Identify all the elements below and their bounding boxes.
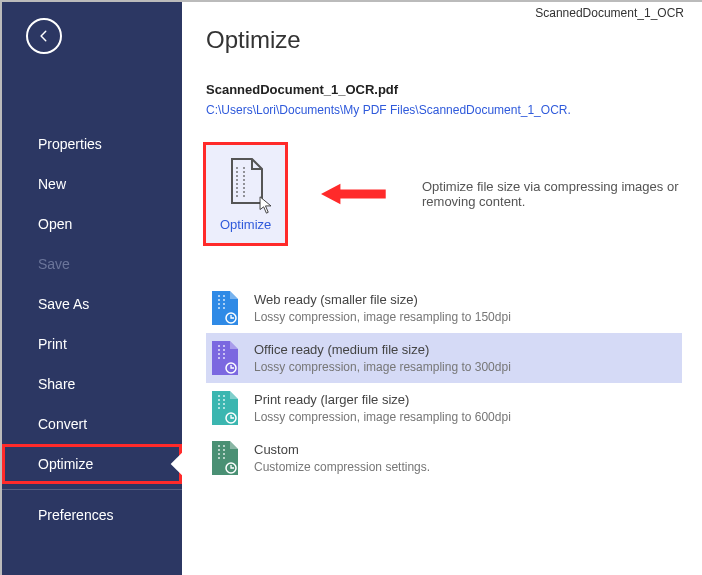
sidebar-item-save: Save (2, 244, 182, 284)
back-button[interactable] (26, 18, 62, 54)
sidebar-item-preferences[interactable]: Preferences (2, 495, 182, 535)
preset-web[interactable]: Web ready (smaller file size)Lossy compr… (206, 283, 682, 333)
sidebar: PropertiesNewOpenSaveSave AsPrintShareCo… (2, 2, 182, 575)
sidebar-item-convert[interactable]: Convert (2, 404, 182, 444)
compress-file-icon (210, 339, 240, 377)
compress-file-icon (210, 389, 240, 427)
annotation-arrow-icon (321, 179, 386, 209)
preset-print[interactable]: Print ready (larger file size)Lossy comp… (206, 383, 682, 433)
document-name-label: ScannedDocument_1_OCR (535, 6, 684, 20)
preset-office[interactable]: Office ready (medium file size)Lossy com… (206, 333, 682, 383)
svg-marker-2 (321, 184, 386, 205)
cursor-icon (258, 195, 273, 215)
sidebar-item-properties[interactable]: Properties (2, 124, 182, 164)
preset-description: Lossy compression, image resampling to 3… (254, 359, 511, 376)
page-title: Optimize (206, 26, 682, 54)
optimize-button[interactable]: Optimize (206, 145, 285, 243)
sidebar-item-optimize[interactable]: Optimize (2, 444, 182, 484)
chevron-left-icon (37, 29, 51, 43)
sidebar-item-open[interactable]: Open (2, 204, 182, 244)
preset-title: Print ready (larger file size) (254, 391, 511, 409)
file-name: ScannedDocument_1_OCR.pdf (206, 82, 682, 97)
preset-title: Web ready (smaller file size) (254, 291, 511, 309)
preset-description: Lossy compression, image resampling to 1… (254, 309, 511, 326)
preset-list: Web ready (smaller file size)Lossy compr… (206, 283, 682, 483)
preset-description: Customize compression settings. (254, 459, 430, 476)
sidebar-item-print[interactable]: Print (2, 324, 182, 364)
main-panel: ScannedDocument_1_OCR Optimize ScannedDo… (182, 2, 702, 575)
compress-file-icon (210, 289, 240, 327)
sidebar-item-new[interactable]: New (2, 164, 182, 204)
compress-file-icon (210, 439, 240, 477)
preset-description: Lossy compression, image resampling to 6… (254, 409, 511, 426)
sidebar-item-share[interactable]: Share (2, 364, 182, 404)
sidebar-item-save-as[interactable]: Save As (2, 284, 182, 324)
preset-custom[interactable]: CustomCustomize compression settings. (206, 433, 682, 483)
file-path[interactable]: C:\Users\Lori\Documents\My PDF Files\Sca… (206, 103, 682, 117)
preset-title: Custom (254, 441, 430, 459)
optimize-description: Optimize file size via compressing image… (422, 179, 682, 209)
optimize-button-label: Optimize (220, 217, 271, 232)
preset-title: Office ready (medium file size) (254, 341, 511, 359)
